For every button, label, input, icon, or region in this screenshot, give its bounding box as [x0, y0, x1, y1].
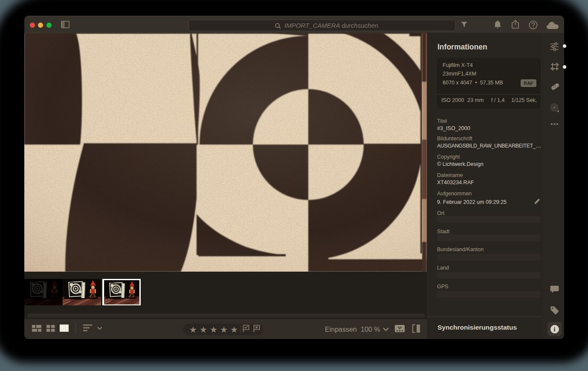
svg-text:★: ★ — [230, 325, 238, 334]
svg-text:★: ★ — [210, 325, 217, 334]
svg-text:Einpassen: Einpassen — [325, 326, 357, 333]
svg-text:100 %: 100 % — [361, 326, 380, 333]
svg-text:★: ★ — [200, 325, 207, 334]
svg-text:★: ★ — [220, 325, 228, 334]
svg-text:★: ★ — [189, 325, 197, 334]
